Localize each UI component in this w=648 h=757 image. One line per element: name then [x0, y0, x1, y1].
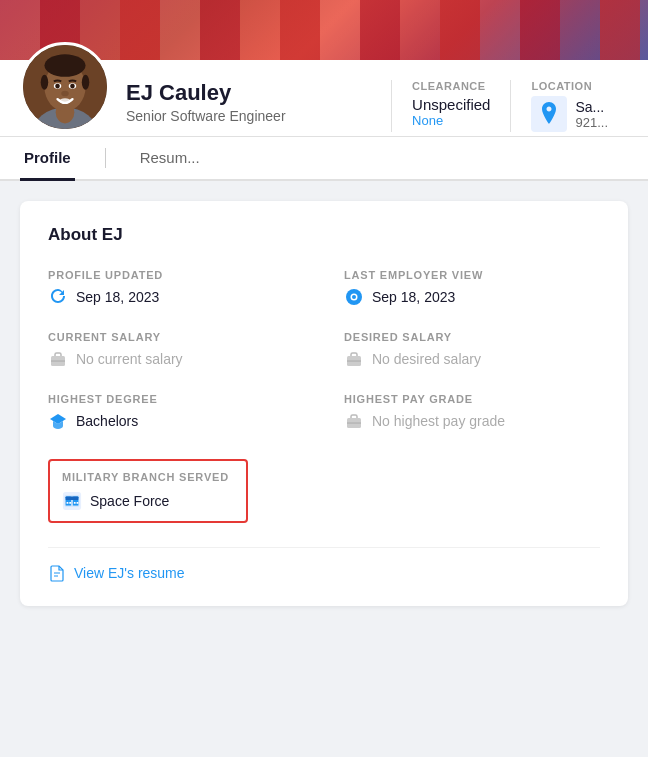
military-branch-label: MILITARY BRANCH SERVED — [62, 471, 234, 483]
refresh-icon — [48, 287, 68, 307]
location-wrap: Sa... 921... — [531, 96, 608, 132]
desired-salary-item: DESIRED SALARY No desired salary — [344, 331, 600, 369]
avatar-wrap — [20, 42, 110, 132]
location-label: LOCATION — [531, 80, 608, 92]
resume-link-section: View EJ's resume — [48, 547, 600, 582]
last-employer-label: LAST EMPLOYER VIEW — [344, 269, 600, 281]
svg-point-4 — [44, 54, 85, 76]
profile-updated-label: PROFILE UPDATED — [48, 269, 304, 281]
clearance-label: CLEARANCE — [412, 80, 490, 92]
last-employer-item: LAST EMPLOYER VIEW Sep 18, 2023 — [344, 269, 600, 307]
location-section: LOCATION Sa... 921... — [510, 80, 628, 132]
resume-link[interactable]: View EJ's resume — [48, 564, 600, 582]
highest-degree-value: Bachelors — [48, 411, 304, 431]
tab-resume[interactable]: Resum... — [136, 137, 204, 181]
military-branch-highlight: MILITARY BRANCH SERVED — [48, 459, 248, 523]
svg-rect-30 — [69, 502, 71, 504]
highest-degree-label: HIGHEST DEGREE — [48, 393, 304, 405]
briefcase-icon — [48, 349, 68, 369]
svg-rect-31 — [74, 502, 76, 504]
svg-marker-21 — [50, 414, 66, 424]
briefcase2-icon — [344, 349, 364, 369]
about-title: About EJ — [48, 225, 600, 245]
profile-info: EJ Cauley Senior Software Engineer — [126, 72, 391, 136]
svg-rect-29 — [67, 502, 69, 504]
map-icon — [531, 96, 567, 132]
space-force-icon — [62, 491, 82, 511]
current-salary-item: CURRENT SALARY No current salary — [48, 331, 304, 369]
clearance-section: CLEARANCE Unspecified None — [391, 80, 510, 132]
profile-title: Senior Software Engineer — [126, 108, 391, 124]
military-branch-value: Space Force — [62, 491, 234, 511]
svg-rect-32 — [77, 502, 79, 504]
current-salary-label: CURRENT SALARY — [48, 331, 304, 343]
location-text: Sa... 921... — [575, 99, 608, 130]
profile-updated-value: Sep 18, 2023 — [48, 287, 304, 307]
svg-point-5 — [41, 75, 48, 90]
desired-salary-label: DESIRED SALARY — [344, 331, 600, 343]
clearance-sub: None — [412, 113, 490, 128]
svg-point-10 — [70, 84, 75, 89]
highest-pay-grade-label: HIGHEST PAY GRADE — [344, 393, 600, 405]
clearance-value: Unspecified — [412, 96, 490, 113]
last-employer-value: Sep 18, 2023 — [344, 287, 600, 307]
file-icon — [48, 564, 66, 582]
main-content: About EJ PROFILE UPDATED Sep 18, 2023 LA… — [0, 181, 648, 626]
tab-profile[interactable]: Profile — [20, 137, 75, 181]
highest-pay-grade-item: HIGHEST PAY GRADE No highest pay grade — [344, 393, 600, 431]
about-card: About EJ PROFILE UPDATED Sep 18, 2023 LA… — [20, 201, 628, 606]
avatar — [20, 42, 110, 132]
graduation-icon — [48, 411, 68, 431]
pay-icon — [344, 411, 364, 431]
desired-salary-value: No desired salary — [344, 349, 600, 369]
svg-point-9 — [55, 84, 60, 89]
svg-point-16 — [352, 295, 356, 299]
military-branch-section: MILITARY BRANCH SERVED — [48, 455, 600, 523]
info-grid: PROFILE UPDATED Sep 18, 2023 LAST EMPLOY… — [48, 269, 600, 431]
highest-pay-grade-value: No highest pay grade — [344, 411, 600, 431]
svg-point-11 — [59, 98, 70, 104]
tabs-bar: Profile Resum... — [0, 137, 648, 181]
profile-updated-item: PROFILE UPDATED Sep 18, 2023 — [48, 269, 304, 307]
profile-name: EJ Cauley — [126, 80, 391, 106]
profile-meta: CLEARANCE Unspecified None LOCATION Sa..… — [391, 72, 628, 132]
highest-degree-item: HIGHEST DEGREE Bachelors — [48, 393, 304, 431]
eye-icon — [344, 287, 364, 307]
svg-point-6 — [82, 75, 89, 90]
svg-rect-28 — [66, 496, 79, 500]
current-salary-value: No current salary — [48, 349, 304, 369]
svg-point-12 — [61, 91, 68, 97]
tab-divider — [105, 148, 106, 168]
profile-header: EJ Cauley Senior Software Engineer CLEAR… — [0, 60, 648, 137]
